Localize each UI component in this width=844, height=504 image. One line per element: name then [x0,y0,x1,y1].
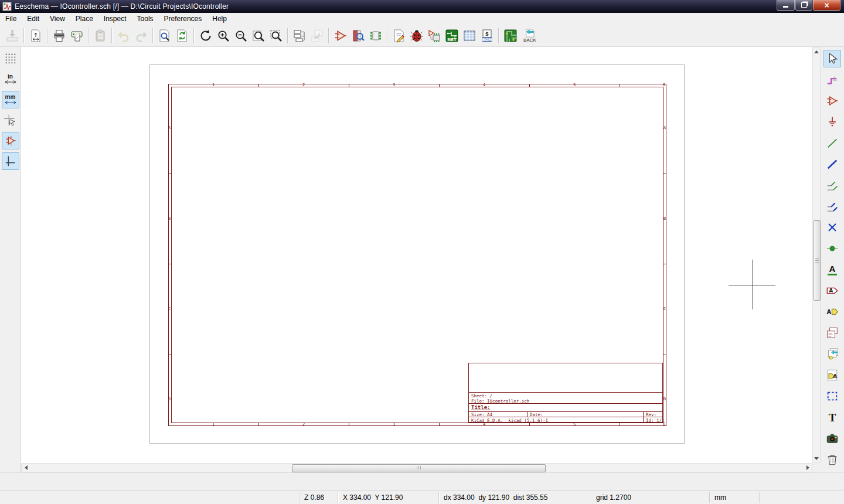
erc-button[interactable] [408,27,426,45]
find-replace-button[interactable] [173,27,191,45]
restore-icon [801,2,807,8]
zone-label: D [663,397,666,401]
junction-icon [826,242,839,255]
highlight-net-icon [826,73,839,86]
arrow-left-icon [25,465,28,470]
paste-button[interactable] [91,27,109,45]
scroll-up-button[interactable] [813,47,820,56]
show-hidden-pins-toggle[interactable] [2,132,19,149]
sheet-settings-button[interactable] [27,27,45,45]
fields-table-icon [462,29,477,43]
menu-help[interactable]: Help [207,13,232,25]
zoom-fit-button[interactable] [250,27,267,45]
footprint-editor-button[interactable] [367,27,384,45]
annotate-button[interactable] [390,27,408,45]
tool-place-sheet-pin[interactable]: A [823,366,841,384]
hierarchy-navigator-button[interactable] [291,27,308,45]
symbol-editor-button[interactable] [332,27,349,45]
zone-tick [439,84,440,87]
save-button[interactable] [4,27,21,45]
tool-place-power-port[interactable] [823,113,841,131]
global-label-a: A [829,287,833,294]
symbol-library-browser-button[interactable] [349,27,367,45]
menu-tools[interactable]: Tools [132,13,159,25]
print-icon [52,29,66,43]
assign-footprints-button[interactable] [426,27,443,45]
plot-button[interactable] [68,27,86,45]
thumb-grip-icon [417,466,421,469]
tool-graphic-text[interactable]: T [823,408,841,426]
scroll-down-button[interactable] [813,454,820,462]
import-sheet-pin-icon [826,348,839,360]
scroll-left-button[interactable] [22,464,30,472]
tool-bus-to-bus-entry[interactable] [823,197,841,215]
vertical-scrollbar-thumb[interactable] [814,220,821,301]
hv-wire-orientation-toggle[interactable] [2,152,19,170]
bom-text: BOM [482,37,492,42]
eeschema-window: Eeschema — IOcontroller.sch [/] — D:\Cir… [0,0,844,504]
hierarchical-label-icon: A [826,305,839,318]
tool-place-symbol[interactable] [823,92,841,110]
find-button[interactable] [156,27,173,45]
tool-highlight-net[interactable] [823,71,841,88]
symbol-library-browser-icon [351,29,365,43]
hidden-pins-icon [4,134,17,147]
tool-hierarchical-sheet[interactable] [823,324,841,342]
tool-place-image[interactable] [823,430,841,447]
leave-sheet-button[interactable] [308,27,326,45]
horizontal-scrollbar[interactable] [21,463,812,472]
hier-label-a: A [827,309,832,315]
vertical-scrollbar[interactable] [812,47,821,463]
menu-view[interactable]: View [45,13,70,25]
tool-hierarchical-label[interactable]: A [823,303,841,321]
schematic-canvas[interactable]: 1 2 3 4 5 6 1 2 3 4 5 6 A B C D A B C D … [21,47,812,463]
horizontal-scrollbar-thumb[interactable] [292,464,546,472]
tool-delete[interactable] [823,451,841,468]
symbol-editor-icon [333,29,348,43]
tool-global-label[interactable]: A [823,282,841,299]
text-tool-icon: T [829,412,836,423]
close-button[interactable]: × [813,0,840,11]
tool-graphic-lines[interactable] [823,387,841,405]
title-block: Sheet: / File: IOcontroller.sch Title: S… [468,363,663,423]
redraw-button[interactable] [197,27,215,45]
zoom-to-selection-button[interactable] [267,27,285,45]
zone-label: 1 [212,83,215,87]
scroll-right-button[interactable] [804,464,812,472]
menu-edit[interactable]: Edit [22,13,45,25]
tool-select[interactable] [823,50,841,67]
zoom-in-button[interactable] [215,27,232,45]
tool-import-sheet-pin[interactable] [823,345,841,363]
generate-netlist-button[interactable]: NET [443,27,461,45]
redo-button[interactable] [132,27,150,45]
menu-place[interactable]: Place [70,13,98,25]
menu-inspect[interactable]: Inspect [98,13,132,25]
tool-place-bus[interactable] [823,155,841,173]
minimize-button[interactable] [777,0,795,11]
tool-wire-to-bus-entry[interactable] [823,176,841,194]
zone-label: B [663,217,666,221]
status-message [0,492,299,503]
generate-bom-button[interactable]: $BOM [478,27,496,45]
zoom-out-button[interactable] [232,27,250,45]
units-mm-toggle[interactable]: mm [2,91,19,108]
cursor-shape-toggle[interactable] [2,111,19,129]
tool-junction[interactable] [823,240,841,257]
symbol-fields-table-button[interactable] [461,27,478,45]
run-pcbnew-button[interactable] [502,27,519,45]
title-bar[interactable]: Eeschema — IOcontroller.sch [/] — D:\Cir… [0,0,844,13]
restore-button[interactable] [795,0,812,11]
zone-label: A [663,126,666,130]
print-button[interactable] [50,27,68,45]
zone-tick [349,84,349,87]
back-import-button[interactable]: BACK [519,27,540,45]
grid-visibility-toggle[interactable] [2,50,19,67]
menu-file[interactable]: File [0,13,22,25]
menu-preferences[interactable]: Preferences [159,13,207,25]
tool-no-connect-flag[interactable] [823,219,841,236]
units-inches-toggle[interactable]: in [2,70,19,88]
redraw-icon [199,29,213,43]
tool-net-label[interactable]: A [823,261,841,278]
tool-place-wire[interactable] [823,134,841,152]
undo-button[interactable] [115,27,132,45]
